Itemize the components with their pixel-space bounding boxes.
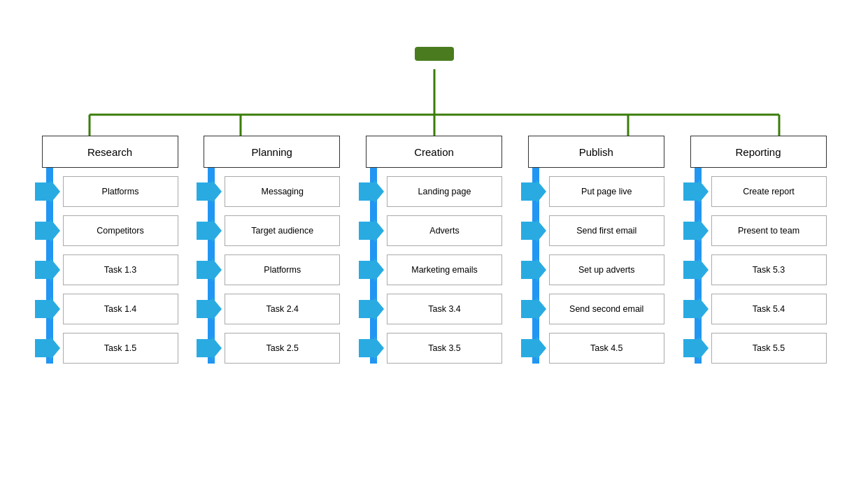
task-row: Task 5.5 [683,333,834,364]
task-row: Competitors [35,215,185,246]
task-arrow-icon [35,258,60,282]
task-row: Task 4.5 [521,333,671,364]
task-box: Competitors [63,215,178,246]
svg-marker-32 [683,180,709,203]
task-row: Put page live [521,176,671,207]
svg-marker-26 [359,336,384,360]
col-header-planning: Planning [204,136,340,168]
task-row: Task 1.4 [35,294,185,324]
svg-marker-31 [521,336,546,360]
col-header-publish: Publish [528,136,664,168]
task-row: Platforms [197,254,347,285]
svg-marker-14 [35,258,60,282]
task-arrow-icon [197,297,222,321]
task-box: Create report [711,176,827,207]
task-arrow-icon [35,180,60,203]
svg-marker-22 [359,180,384,203]
svg-marker-21 [197,336,222,360]
task-arrow-icon [35,336,60,360]
task-arrow-icon [521,336,546,360]
task-row: Task 5.4 [683,294,834,324]
col-header-creation: Creation [366,136,502,168]
task-box: Task 3.4 [387,294,502,324]
task-box: Present to team [711,215,827,246]
task-arrow-icon [35,219,60,243]
columns-container: Research Platforms Competitors Task 1.3 … [36,136,833,364]
task-row: Create report [683,176,834,207]
task-arrow-icon [197,336,222,360]
task-row: Task 1.3 [35,254,185,285]
task-row: Send second email [521,294,671,324]
task-box: Landing page [387,176,502,207]
task-box: Platforms [225,254,340,285]
task-arrow-icon [359,180,384,203]
task-row: Task 3.4 [359,294,509,324]
task-arrow-icon [521,180,546,203]
task-box: Task 3.5 [387,333,502,364]
svg-marker-20 [197,297,222,321]
task-row: Adverts [359,215,509,246]
task-box: Task 1.4 [63,294,178,324]
svg-marker-16 [35,336,60,360]
svg-marker-24 [359,258,384,282]
task-box: Set up adverts [549,254,664,285]
svg-marker-19 [197,258,222,282]
task-box: Task 2.4 [225,294,340,324]
task-box: Adverts [387,215,502,246]
svg-marker-30 [521,297,546,321]
col-header-research: Research [42,136,178,168]
svg-marker-29 [521,258,546,282]
task-box: Task 5.3 [711,254,827,285]
task-box: Task 1.3 [63,254,178,285]
task-box: Platforms [63,176,178,207]
svg-marker-33 [683,219,709,243]
task-box: Task 5.5 [711,333,827,364]
svg-marker-15 [35,297,60,321]
task-arrow-icon [359,219,384,243]
column-creation: Creation Landing page Adverts Marketing … [360,136,508,364]
task-row: Task 1.5 [35,333,185,364]
root-node [415,47,454,61]
task-row: Set up adverts [521,254,671,285]
task-arrow-icon [359,297,384,321]
column-reporting: Reporting Create report Present to team … [684,136,833,364]
svg-marker-23 [359,219,384,243]
column-planning: Planning Messaging Target audience Platf… [197,136,346,364]
task-arrow-icon [359,336,384,360]
task-box: Send first email [549,215,664,246]
col-header-reporting: Reporting [690,136,827,168]
diagram: Research Platforms Competitors Task 1.3 … [15,13,854,475]
task-box: Task 5.4 [711,294,827,324]
svg-marker-25 [359,297,384,321]
task-box: Messaging [225,176,340,207]
task-row: Send first email [521,215,671,246]
task-row: Task 2.4 [197,294,347,324]
tasks-planning: Messaging Target audience Platforms Task… [197,168,347,364]
task-box: Task 4.5 [549,333,664,364]
task-arrow-icon [683,336,709,360]
task-row: Task 3.5 [359,333,509,364]
task-row: Messaging [197,176,347,207]
tasks-reporting: Create report Present to team Task 5.3 T… [683,168,834,364]
task-row: Landing page [359,176,509,207]
task-arrow-icon [521,219,546,243]
svg-marker-13 [35,219,60,243]
task-arrow-icon [683,258,709,282]
tasks-creation: Landing page Adverts Marketing emails Ta… [359,168,509,364]
svg-marker-35 [683,297,709,321]
task-box: Task 1.5 [63,333,178,364]
svg-marker-28 [521,219,546,243]
task-box: Put page live [549,176,664,207]
svg-marker-12 [35,180,60,203]
task-arrow-icon [35,297,60,321]
task-arrow-icon [197,219,222,243]
task-row: Target audience [197,215,347,246]
svg-marker-27 [521,180,546,203]
task-arrow-icon [683,180,709,203]
task-box: Marketing emails [387,254,502,285]
svg-marker-18 [197,219,222,243]
task-row: Marketing emails [359,254,509,285]
task-row: Platforms [35,176,185,207]
tasks-publish: Put page live Send first email Set up ad… [521,168,671,364]
task-row: Task 5.3 [683,254,834,285]
